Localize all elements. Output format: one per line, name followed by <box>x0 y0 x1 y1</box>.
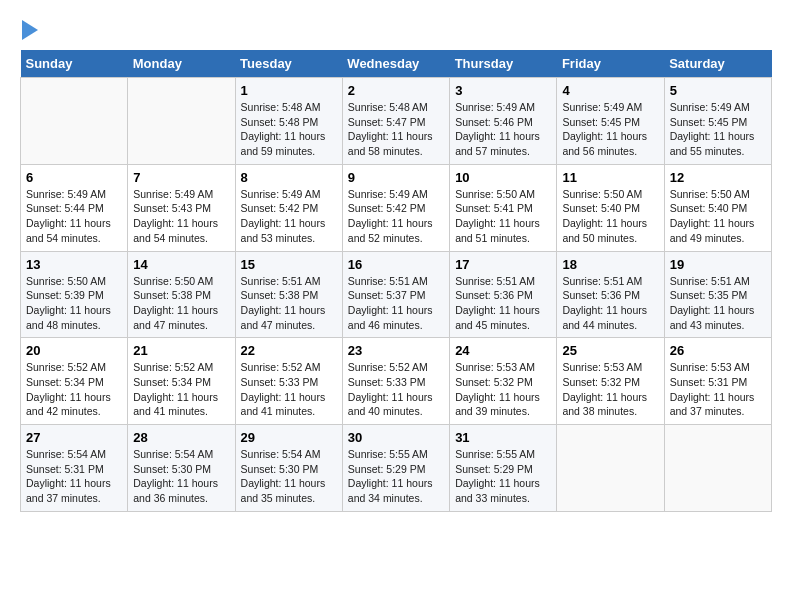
header-row: SundayMondayTuesdayWednesdayThursdayFrid… <box>21 50 772 78</box>
day-info: Sunrise: 5:49 AMSunset: 5:42 PMDaylight:… <box>241 187 337 246</box>
day-number: 31 <box>455 430 551 445</box>
day-info: Sunrise: 5:54 AMSunset: 5:31 PMDaylight:… <box>26 447 122 506</box>
day-info: Sunrise: 5:55 AMSunset: 5:29 PMDaylight:… <box>455 447 551 506</box>
calendar-cell: 28Sunrise: 5:54 AMSunset: 5:30 PMDayligh… <box>128 425 235 512</box>
day-number: 20 <box>26 343 122 358</box>
calendar-cell: 21Sunrise: 5:52 AMSunset: 5:34 PMDayligh… <box>128 338 235 425</box>
day-number: 30 <box>348 430 444 445</box>
day-info: Sunrise: 5:49 AMSunset: 5:46 PMDaylight:… <box>455 100 551 159</box>
week-row-1: 1Sunrise: 5:48 AMSunset: 5:48 PMDaylight… <box>21 78 772 165</box>
calendar-cell: 29Sunrise: 5:54 AMSunset: 5:30 PMDayligh… <box>235 425 342 512</box>
day-number: 21 <box>133 343 229 358</box>
calendar-cell: 24Sunrise: 5:53 AMSunset: 5:32 PMDayligh… <box>450 338 557 425</box>
calendar-cell: 15Sunrise: 5:51 AMSunset: 5:38 PMDayligh… <box>235 251 342 338</box>
day-info: Sunrise: 5:53 AMSunset: 5:31 PMDaylight:… <box>670 360 766 419</box>
header-cell-wednesday: Wednesday <box>342 50 449 78</box>
header-cell-monday: Monday <box>128 50 235 78</box>
calendar-cell: 11Sunrise: 5:50 AMSunset: 5:40 PMDayligh… <box>557 164 664 251</box>
calendar-cell: 10Sunrise: 5:50 AMSunset: 5:41 PMDayligh… <box>450 164 557 251</box>
day-info: Sunrise: 5:50 AMSunset: 5:41 PMDaylight:… <box>455 187 551 246</box>
day-info: Sunrise: 5:49 AMSunset: 5:42 PMDaylight:… <box>348 187 444 246</box>
day-number: 29 <box>241 430 337 445</box>
week-row-5: 27Sunrise: 5:54 AMSunset: 5:31 PMDayligh… <box>21 425 772 512</box>
calendar-cell: 4Sunrise: 5:49 AMSunset: 5:45 PMDaylight… <box>557 78 664 165</box>
calendar-cell <box>557 425 664 512</box>
week-row-2: 6Sunrise: 5:49 AMSunset: 5:44 PMDaylight… <box>21 164 772 251</box>
day-number: 18 <box>562 257 658 272</box>
day-info: Sunrise: 5:50 AMSunset: 5:40 PMDaylight:… <box>670 187 766 246</box>
calendar-cell <box>128 78 235 165</box>
week-row-4: 20Sunrise: 5:52 AMSunset: 5:34 PMDayligh… <box>21 338 772 425</box>
day-number: 17 <box>455 257 551 272</box>
header-cell-sunday: Sunday <box>21 50 128 78</box>
day-info: Sunrise: 5:52 AMSunset: 5:34 PMDaylight:… <box>133 360 229 419</box>
day-info: Sunrise: 5:49 AMSunset: 5:45 PMDaylight:… <box>562 100 658 159</box>
day-number: 26 <box>670 343 766 358</box>
day-info: Sunrise: 5:51 AMSunset: 5:36 PMDaylight:… <box>455 274 551 333</box>
day-number: 2 <box>348 83 444 98</box>
calendar-cell: 7Sunrise: 5:49 AMSunset: 5:43 PMDaylight… <box>128 164 235 251</box>
day-info: Sunrise: 5:49 AMSunset: 5:45 PMDaylight:… <box>670 100 766 159</box>
calendar-table: SundayMondayTuesdayWednesdayThursdayFrid… <box>20 50 772 512</box>
day-number: 7 <box>133 170 229 185</box>
day-number: 3 <box>455 83 551 98</box>
calendar-cell <box>21 78 128 165</box>
day-info: Sunrise: 5:52 AMSunset: 5:33 PMDaylight:… <box>241 360 337 419</box>
calendar-cell: 3Sunrise: 5:49 AMSunset: 5:46 PMDaylight… <box>450 78 557 165</box>
calendar-cell: 12Sunrise: 5:50 AMSunset: 5:40 PMDayligh… <box>664 164 771 251</box>
day-number: 4 <box>562 83 658 98</box>
calendar-cell: 31Sunrise: 5:55 AMSunset: 5:29 PMDayligh… <box>450 425 557 512</box>
day-number: 10 <box>455 170 551 185</box>
logo-arrow-icon <box>22 20 38 40</box>
calendar-cell: 16Sunrise: 5:51 AMSunset: 5:37 PMDayligh… <box>342 251 449 338</box>
day-info: Sunrise: 5:53 AMSunset: 5:32 PMDaylight:… <box>455 360 551 419</box>
day-number: 22 <box>241 343 337 358</box>
header-cell-friday: Friday <box>557 50 664 78</box>
calendar-cell: 22Sunrise: 5:52 AMSunset: 5:33 PMDayligh… <box>235 338 342 425</box>
day-info: Sunrise: 5:50 AMSunset: 5:39 PMDaylight:… <box>26 274 122 333</box>
calendar-cell <box>664 425 771 512</box>
calendar-cell: 9Sunrise: 5:49 AMSunset: 5:42 PMDaylight… <box>342 164 449 251</box>
day-number: 23 <box>348 343 444 358</box>
day-info: Sunrise: 5:54 AMSunset: 5:30 PMDaylight:… <box>133 447 229 506</box>
day-info: Sunrise: 5:48 AMSunset: 5:47 PMDaylight:… <box>348 100 444 159</box>
calendar-cell: 19Sunrise: 5:51 AMSunset: 5:35 PMDayligh… <box>664 251 771 338</box>
calendar-cell: 27Sunrise: 5:54 AMSunset: 5:31 PMDayligh… <box>21 425 128 512</box>
day-number: 14 <box>133 257 229 272</box>
calendar-cell: 18Sunrise: 5:51 AMSunset: 5:36 PMDayligh… <box>557 251 664 338</box>
calendar-cell: 2Sunrise: 5:48 AMSunset: 5:47 PMDaylight… <box>342 78 449 165</box>
day-number: 9 <box>348 170 444 185</box>
day-number: 19 <box>670 257 766 272</box>
day-number: 25 <box>562 343 658 358</box>
day-number: 8 <box>241 170 337 185</box>
day-info: Sunrise: 5:51 AMSunset: 5:35 PMDaylight:… <box>670 274 766 333</box>
day-number: 6 <box>26 170 122 185</box>
header-cell-tuesday: Tuesday <box>235 50 342 78</box>
day-number: 28 <box>133 430 229 445</box>
day-number: 5 <box>670 83 766 98</box>
day-number: 13 <box>26 257 122 272</box>
calendar-cell: 13Sunrise: 5:50 AMSunset: 5:39 PMDayligh… <box>21 251 128 338</box>
day-number: 12 <box>670 170 766 185</box>
calendar-cell: 5Sunrise: 5:49 AMSunset: 5:45 PMDaylight… <box>664 78 771 165</box>
calendar-cell: 30Sunrise: 5:55 AMSunset: 5:29 PMDayligh… <box>342 425 449 512</box>
day-info: Sunrise: 5:51 AMSunset: 5:37 PMDaylight:… <box>348 274 444 333</box>
day-number: 1 <box>241 83 337 98</box>
day-number: 11 <box>562 170 658 185</box>
calendar-cell: 23Sunrise: 5:52 AMSunset: 5:33 PMDayligh… <box>342 338 449 425</box>
day-info: Sunrise: 5:49 AMSunset: 5:44 PMDaylight:… <box>26 187 122 246</box>
day-number: 15 <box>241 257 337 272</box>
calendar-cell: 14Sunrise: 5:50 AMSunset: 5:38 PMDayligh… <box>128 251 235 338</box>
calendar-cell: 20Sunrise: 5:52 AMSunset: 5:34 PMDayligh… <box>21 338 128 425</box>
day-info: Sunrise: 5:53 AMSunset: 5:32 PMDaylight:… <box>562 360 658 419</box>
day-number: 27 <box>26 430 122 445</box>
logo <box>20 20 38 40</box>
day-info: Sunrise: 5:54 AMSunset: 5:30 PMDaylight:… <box>241 447 337 506</box>
header-cell-thursday: Thursday <box>450 50 557 78</box>
calendar-cell: 17Sunrise: 5:51 AMSunset: 5:36 PMDayligh… <box>450 251 557 338</box>
day-info: Sunrise: 5:52 AMSunset: 5:34 PMDaylight:… <box>26 360 122 419</box>
week-row-3: 13Sunrise: 5:50 AMSunset: 5:39 PMDayligh… <box>21 251 772 338</box>
day-info: Sunrise: 5:51 AMSunset: 5:36 PMDaylight:… <box>562 274 658 333</box>
calendar-cell: 26Sunrise: 5:53 AMSunset: 5:31 PMDayligh… <box>664 338 771 425</box>
day-info: Sunrise: 5:49 AMSunset: 5:43 PMDaylight:… <box>133 187 229 246</box>
